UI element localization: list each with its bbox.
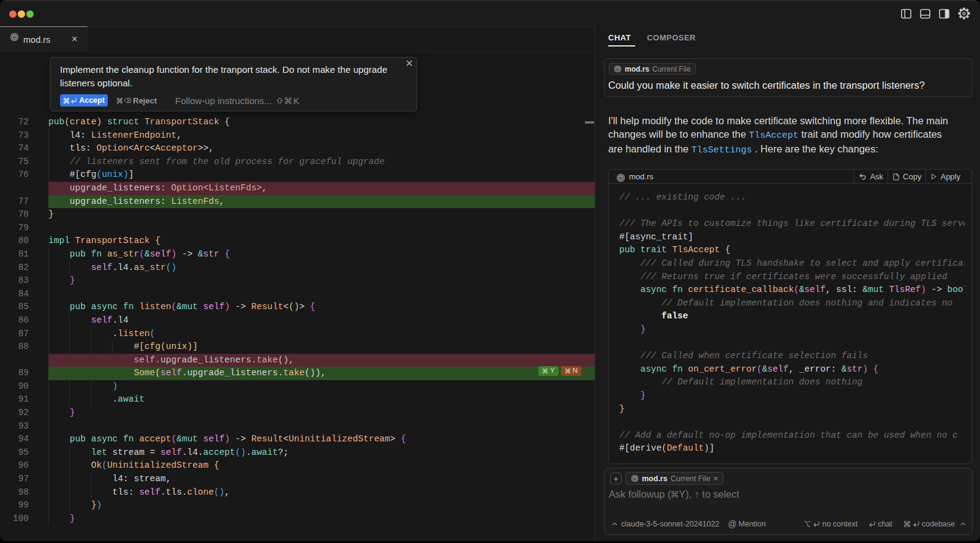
svg-text:R: R [633, 477, 636, 481]
svg-text:R: R [616, 67, 619, 71]
svg-text:R: R [619, 176, 623, 181]
svg-text:R: R [13, 35, 17, 40]
